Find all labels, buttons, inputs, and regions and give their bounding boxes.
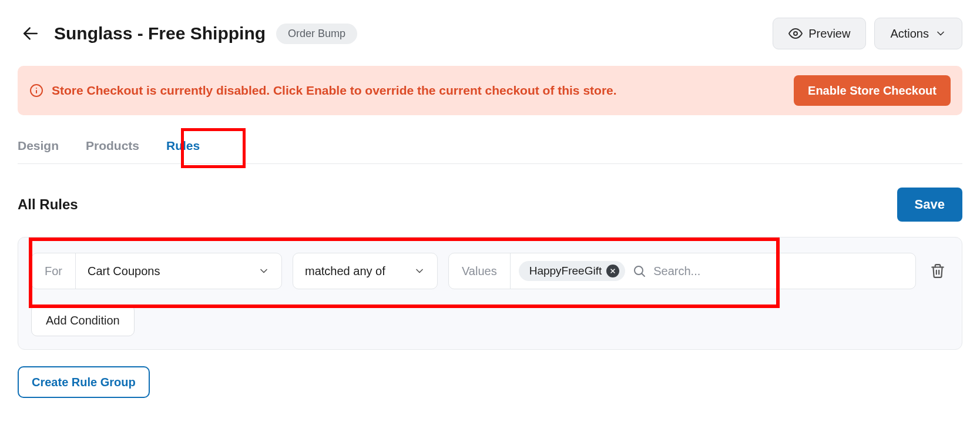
tab-products[interactable]: Products (86, 133, 139, 163)
values-field-group: Values HappyFreeGift (448, 253, 916, 289)
rule-row: For Cart Coupons matched any of (31, 253, 949, 289)
svg-point-1 (794, 32, 797, 35)
chevron-down-icon (258, 265, 270, 277)
for-select[interactable]: Cart Coupons (76, 253, 281, 289)
values-label: Values (449, 253, 511, 289)
alert-text: Store Checkout is currently disabled. Cl… (52, 83, 617, 98)
for-select-value: Cart Coupons (88, 265, 160, 278)
tab-rules[interactable]: Rules (166, 133, 200, 163)
page-title: Sunglass - Free Shipping (54, 24, 266, 44)
rules-header: All Rules Save (18, 188, 962, 222)
for-label: For (32, 253, 76, 289)
store-checkout-alert: Store Checkout is currently disabled. Cl… (18, 66, 962, 115)
tabs: Design Products Rules (18, 133, 962, 164)
chip-text: HappyFreeGift (529, 265, 602, 277)
match-select[interactable]: matched any of (293, 253, 437, 289)
back-arrow-icon[interactable] (18, 21, 43, 46)
add-condition-button[interactable]: Add Condition (31, 305, 135, 336)
delete-rule-icon[interactable] (927, 263, 949, 279)
preview-button[interactable]: Preview (773, 18, 866, 49)
match-field-group: matched any of (293, 253, 438, 289)
rule-panel: For Cart Coupons matched any of (18, 237, 962, 350)
actions-button[interactable]: Actions (874, 18, 962, 49)
values-area[interactable]: HappyFreeGift (511, 253, 915, 289)
search-icon (632, 264, 646, 278)
create-rule-group-button[interactable]: Create Rule Group (18, 366, 150, 398)
tab-design[interactable]: Design (18, 133, 59, 163)
chevron-down-icon (414, 265, 425, 277)
enable-store-checkout-button[interactable]: Enable Store Checkout (794, 75, 951, 106)
page-header: Sunglass - Free Shipping Order Bump Prev… (18, 0, 962, 66)
values-search-input[interactable] (653, 265, 907, 278)
info-icon (29, 83, 43, 98)
for-field-group: For Cart Coupons (31, 253, 282, 289)
svg-line-8 (642, 274, 645, 277)
actions-label: Actions (890, 27, 929, 41)
preview-label: Preview (808, 27, 850, 41)
save-button[interactable]: Save (897, 188, 962, 222)
chip-remove-icon[interactable] (606, 265, 619, 277)
order-bump-badge: Order Bump (276, 24, 357, 44)
match-select-value: matched any of (305, 265, 385, 278)
rules-title: All Rules (18, 196, 78, 213)
chevron-down-icon (935, 28, 947, 39)
eye-icon (788, 26, 803, 41)
value-chip: HappyFreeGift (519, 261, 626, 281)
